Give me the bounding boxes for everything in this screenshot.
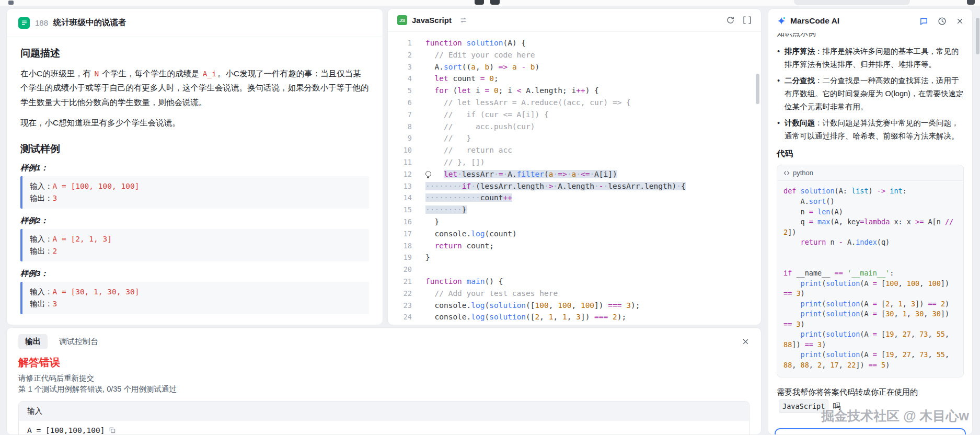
code-editor-panel: JS JavaScript 1function solution(A) {2 /… [387,8,762,325]
sample-label: 样例3： [20,269,369,279]
line-number: 10 [388,144,419,156]
sample-block: 样例2：输入：A = [2, 1, 3]输出：2 [20,216,369,261]
editor-line[interactable]: 6 // let lessArr = A.reduce((acc, cur) =… [388,97,761,109]
editor-line[interactable]: 4 let count = 0; [388,73,761,85]
reset-code-icon[interactable] [726,16,735,25]
testcase-input-box: 输入 A = [100,100,100] [18,401,750,435]
case-input-value: A = [100,100,100] [27,426,105,434]
watermark: 掘金技术社区 @ 木目心w [821,407,969,425]
layout-toggle-icon[interactable] [743,16,752,25]
editor-line[interactable]: 21function main() { [388,276,761,288]
code-block-header: python [777,165,963,181]
copy-icon[interactable] [109,427,116,434]
marscode-logo-icon [777,16,786,26]
editor-line[interactable]: 16 } [388,216,761,228]
new-chat-icon[interactable] [919,17,928,26]
address-bar[interactable] [794,0,910,5]
editor-line[interactable]: 10 // return acc [388,144,761,156]
line-number: 14 [388,192,419,204]
line-number: 5 [388,85,419,97]
editor-line[interactable]: 5 for (let i = 0; i < A.length; i++) { [388,85,761,97]
browser-button[interactable] [490,0,500,5]
line-number: 7 [388,109,419,121]
python-code: def solution(A: list) -> int: A.sort() n… [777,181,963,376]
sample-io-box: 输入：A = [30, 1, 30, 30]输出：3 [20,282,369,314]
line-number: 13 [388,180,419,192]
clipped-heading: 知识点示例 [777,33,964,40]
editor-line[interactable]: 14············count++ [388,192,761,204]
tab-output[interactable]: 输出 [18,334,48,349]
sample-io-box: 输入：A = [2, 1, 3]输出：2 [20,229,369,261]
editor-header: JS JavaScript [388,9,761,32]
language-switch-icon[interactable] [459,16,467,24]
editor-line[interactable]: 23 console.log(solution([100, 100, 100])… [388,300,761,312]
editor-line[interactable]: 19} [388,251,761,264]
samples-heading: 测试样例 [20,142,369,156]
editor-line[interactable]: 22 // Add your test cases here [388,288,761,300]
editor-line[interactable]: 24 console.log(solution([2, 1, 1, 3]) ==… [388,311,761,323]
line-number: 25 [388,323,419,325]
history-icon[interactable] [938,17,947,26]
line-number: 20 [388,264,419,276]
code-heading: 代码 [777,148,964,159]
code-area[interactable]: 1function solution(A) {2 // Edit your co… [388,32,761,325]
site-logo [8,1,14,5]
result-status: 解答错误 [18,356,750,370]
browser-top-strip [0,0,980,6]
editor-line[interactable]: 1function solution(A) { [388,37,761,49]
editor-line[interactable]: 3 A.sort((a, b) => a - b) [388,61,761,73]
page-scrollbar[interactable] [976,18,979,54]
inline-code: N [94,70,100,78]
editor-language-label[interactable]: JavaScript [412,16,452,25]
line-number: 15 [388,204,419,216]
line-number: 1 [388,37,419,49]
problem-title: 统计班级中的说谎者 [53,17,126,28]
line-number: 16 [388,216,419,228]
line-number: 11 [388,156,419,168]
javascript-icon: JS [397,15,407,25]
samples-list: 样例1：输入：A = [100, 100, 100]输出：3样例2：输入：A =… [20,163,369,314]
editor-line[interactable]: 12 let·lessArr·=·A.filter(a·=>·a·<=·A[i]… [388,168,761,180]
knowledge-bullet: 计数问题：计数问题是算法竞赛中常见的一类问题，通常可以通过排序、哈希表、前缀和等… [777,117,964,142]
chat-input[interactable] [775,428,966,435]
line-number: 3 [388,61,419,73]
editor-line[interactable]: 13········if·(lessArr.length·>·A.length·… [388,180,761,192]
editor-line[interactable]: 7 // if (cur <= A[i]) { [388,109,761,121]
editor-line[interactable]: 2 // Edit your code here [388,49,761,61]
knowledge-bullet: 二分查找：二分查找是一种高效的查找算法，适用于有序数组。它的时间复杂度为 O(l… [777,74,964,113]
browser-button[interactable] [475,0,484,5]
line-number: 4 [388,73,419,85]
quick-fix-lightbulb-icon[interactable] [425,171,431,177]
close-console-icon[interactable] [742,338,750,346]
sample-io-box: 输入：A = [100, 100, 100]输出：3 [20,176,369,209]
editor-line[interactable]: 9 // } [388,132,761,144]
editor-scrollbar[interactable] [756,74,759,104]
problem-header: 188 统计班级中的说谎者 [7,9,383,37]
testcase-input-label: 输入 [19,402,749,421]
editor-line[interactable]: 20 [388,264,761,276]
editor-line[interactable]: 18 return count; [388,240,761,252]
line-number: 6 [388,97,419,109]
problem-paragraph: 现在，小C想知道班里有多少个学生会说谎。 [20,116,369,130]
editor-line[interactable]: 15········} [388,204,761,216]
line-number: 17 [388,228,419,240]
editor-line[interactable]: 11 // }, []) [388,156,761,168]
code-language-label: python [793,169,813,177]
editor-line[interactable]: 25 console.log(solution([30, 1, 30, 30])… [388,323,761,325]
line-number: 18 [388,240,419,252]
editor-line[interactable]: 8 // acc.push(cur) [388,121,761,133]
line-number: 9 [388,132,419,144]
ai-header: MarsCode AI [768,9,972,33]
editor-line[interactable]: 17 console.log(count) [388,228,761,240]
console-tabs: 输出 调试控制台 [7,328,761,349]
desc-heading: 问题描述 [20,47,369,60]
line-number: 24 [388,311,419,323]
tab-debug-console[interactable]: 调试控制台 [59,337,98,347]
line-number: 12 [388,168,419,180]
result-hint: 请修正代码后重新提交 [18,373,750,384]
browser-avatar[interactable] [967,0,975,5]
knowledge-bullet: 排序算法：排序是解决许多问题的基本工具，常见的排序算法有快速排序、归并排序、堆排… [777,45,964,71]
close-panel-icon[interactable] [956,17,964,25]
line-number: 22 [388,288,419,300]
line-number: 21 [388,276,419,288]
